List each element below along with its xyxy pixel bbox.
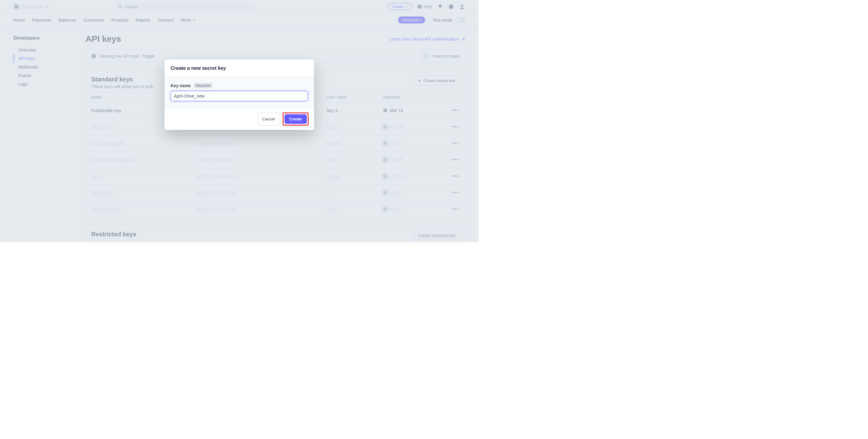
cancel-button[interactable]: Cancel xyxy=(257,112,280,126)
highlight-box: Create xyxy=(283,112,309,126)
modal-title: Create a new secret key xyxy=(164,60,314,77)
required-badge: Required xyxy=(194,83,212,89)
create-secret-key-modal: Create a new secret key Key name Require… xyxy=(164,60,314,130)
key-name-input[interactable] xyxy=(170,91,308,101)
create-button[interactable]: Create xyxy=(284,114,307,124)
key-name-label: Key name xyxy=(170,83,191,88)
modal-overlay: Create a new secret key Key name Require… xyxy=(0,0,478,242)
